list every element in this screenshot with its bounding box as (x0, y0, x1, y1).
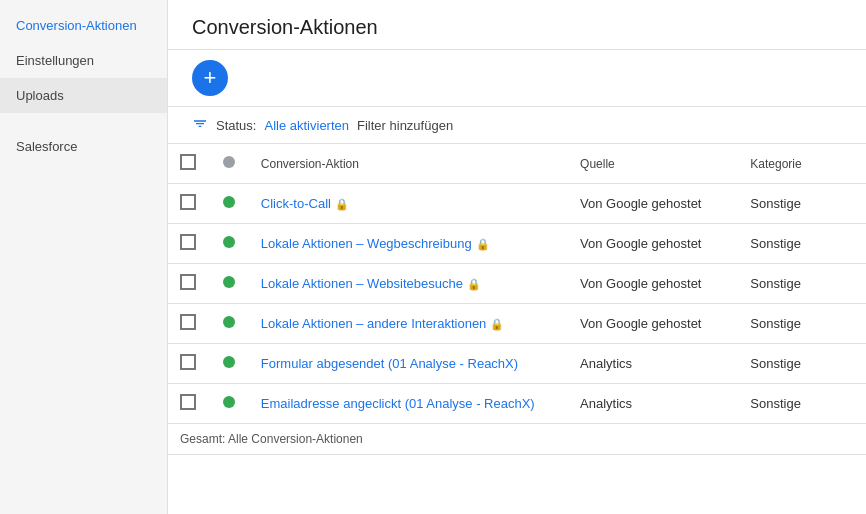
lock-icon: 🔒 (467, 278, 481, 291)
table-row: Click-to-Call🔒Von Google gehostetSonstig… (168, 184, 866, 224)
sidebar-item-uploads[interactable]: Uploads (0, 78, 167, 113)
filter-icon (192, 115, 208, 135)
category-cell: Sonstige (738, 224, 866, 264)
main-content: Conversion-Aktionen + Status: Alle aktiv… (168, 0, 866, 514)
lock-icon: 🔒 (490, 318, 504, 331)
status-dot (223, 236, 235, 248)
table-row: Lokale Aktionen – Wegbeschreibung🔒Von Go… (168, 224, 866, 264)
table-row: Lokale Aktionen – Websitebesuche🔒Von Goo… (168, 264, 866, 304)
row-checkbox[interactable] (180, 354, 196, 370)
filter-value[interactable]: Alle aktivierten (264, 118, 349, 133)
table-footer-row: Gesamt: Alle Conversion-Aktionen (168, 424, 866, 455)
header-checkbox-col (168, 144, 211, 184)
category-cell: Sonstige (738, 344, 866, 384)
status-dot (223, 396, 235, 408)
page-title: Conversion-Aktionen (192, 16, 842, 39)
row-checkbox[interactable] (180, 234, 196, 250)
source-cell: Von Google gehostet (568, 184, 738, 224)
table-row: Lokale Aktionen – andere Interaktionen🔒V… (168, 304, 866, 344)
filter-label: Status: (216, 118, 256, 133)
conversion-table: Conversion-Aktion Quelle Kategorie Click… (168, 144, 866, 455)
header-source-col: Quelle (568, 144, 738, 184)
sidebar-item-conversion-aktionen[interactable]: Conversion-Aktionen (0, 8, 167, 43)
header-status-col (211, 144, 249, 184)
table-footer: Gesamt: Alle Conversion-Aktionen (168, 424, 866, 455)
header-category-col: Kategorie (738, 144, 866, 184)
table-row: Formular abgesendet (01 Analyse - ReachX… (168, 344, 866, 384)
source-cell: Von Google gehostet (568, 264, 738, 304)
header-checkbox[interactable] (180, 154, 196, 170)
category-cell: Sonstige (738, 264, 866, 304)
sidebar: Conversion-Aktionen Einstellungen Upload… (0, 0, 168, 514)
lock-icon: 🔒 (335, 198, 349, 211)
row-checkbox[interactable] (180, 274, 196, 290)
status-dot (223, 356, 235, 368)
source-cell: Von Google gehostet (568, 304, 738, 344)
header-status-dot (223, 156, 235, 168)
status-dot (223, 316, 235, 328)
table-row: Emailadresse angeclickt (01 Analyse - Re… (168, 384, 866, 424)
row-checkbox[interactable] (180, 314, 196, 330)
category-cell: Sonstige (738, 184, 866, 224)
source-cell: Analytics (568, 344, 738, 384)
table-container: Conversion-Aktion Quelle Kategorie Click… (168, 144, 866, 514)
header-action-col: Conversion-Aktion (249, 144, 568, 184)
conversion-action-link[interactable]: Emailadresse angeclickt (01 Analyse - Re… (261, 396, 535, 411)
source-cell: Von Google gehostet (568, 224, 738, 264)
page-header: Conversion-Aktionen (168, 0, 866, 50)
toolbar: + (168, 50, 866, 107)
conversion-action-link[interactable]: Lokale Aktionen – Wegbeschreibung (261, 236, 472, 251)
status-dot (223, 196, 235, 208)
conversion-action-link[interactable]: Lokale Aktionen – andere Interaktionen (261, 316, 487, 331)
category-cell: Sonstige (738, 304, 866, 344)
table-header-row: Conversion-Aktion Quelle Kategorie (168, 144, 866, 184)
sidebar-item-einstellungen[interactable]: Einstellungen (0, 43, 167, 78)
conversion-action-link[interactable]: Click-to-Call (261, 196, 331, 211)
lock-icon: 🔒 (476, 238, 490, 251)
row-checkbox[interactable] (180, 394, 196, 410)
add-button[interactable]: + (192, 60, 228, 96)
source-cell: Analytics (568, 384, 738, 424)
filter-bar: Status: Alle aktivierten Filter hinzufüg… (168, 107, 866, 144)
conversion-action-link[interactable]: Lokale Aktionen – Websitebesuche (261, 276, 463, 291)
category-cell: Sonstige (738, 384, 866, 424)
filter-add[interactable]: Filter hinzufügen (357, 118, 453, 133)
sidebar-item-salesforce[interactable]: Salesforce (0, 129, 167, 164)
row-checkbox[interactable] (180, 194, 196, 210)
conversion-action-link[interactable]: Formular abgesendet (01 Analyse - ReachX… (261, 356, 518, 371)
status-dot (223, 276, 235, 288)
